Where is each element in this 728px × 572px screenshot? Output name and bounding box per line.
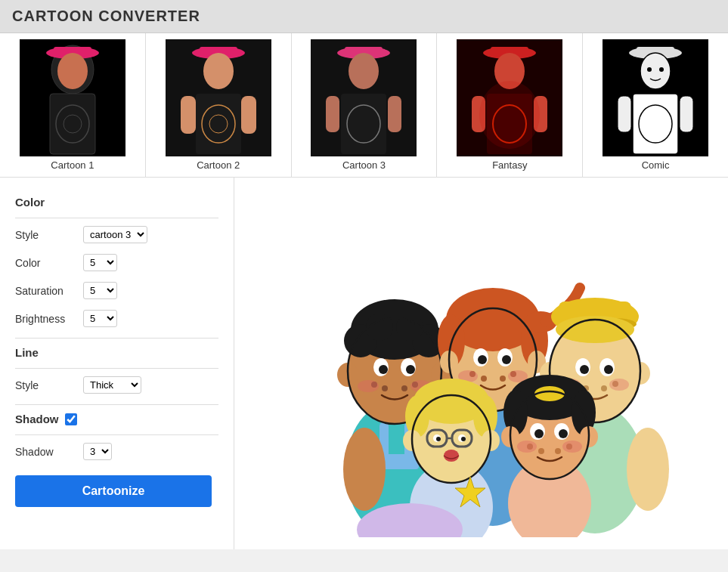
- svg-point-60: [382, 385, 388, 391]
- color-divider: [15, 218, 218, 218]
- color-section: Color Style cartoon 1 cartoon 2 cartoon …: [15, 196, 218, 327]
- shadow-section-title: Shadow: [15, 413, 59, 425]
- line-style-label: Style: [15, 379, 83, 391]
- svg-point-121: [444, 450, 459, 462]
- shadow-header-row: Shadow: [15, 413, 218, 425]
- svg-point-105: [609, 379, 629, 391]
- svg-point-143: [343, 428, 386, 511]
- svg-point-134: [534, 429, 544, 438]
- shadow-checkbox[interactable]: [65, 413, 77, 425]
- svg-point-79: [478, 355, 487, 364]
- svg-point-11: [203, 53, 234, 89]
- style-select[interactable]: cartoon 1 cartoon 2 cartoon 3 fantasy co…: [83, 226, 147, 243]
- brightness-select[interactable]: 1234 5678910: [83, 310, 117, 327]
- svg-point-20: [349, 53, 379, 89]
- thumb-label-fantasy: Fantasy: [492, 159, 527, 171]
- color-row: Color 1234 5678910: [15, 254, 218, 271]
- thumb-label-comic: Comic: [642, 159, 670, 171]
- shadow-divider: [15, 434, 218, 435]
- section-divider-1: [15, 338, 218, 339]
- svg-point-33: [479, 81, 540, 149]
- svg-point-140: [517, 441, 537, 453]
- preview-svg: [262, 190, 701, 537]
- line-divider: [15, 368, 218, 369]
- saturation-row: Saturation 1234 5678910: [15, 282, 218, 299]
- app-header: CARTOON CONVERTER: [0, 0, 728, 33]
- color-label: Color: [15, 257, 83, 269]
- svg-point-144: [627, 428, 669, 511]
- preview-area: [262, 190, 701, 537]
- svg-rect-5: [50, 94, 95, 154]
- thumb-cartoon3[interactable]: Cartoon 3: [292, 33, 438, 177]
- shadow-section: Shadow Shadow 12 3 45: [15, 413, 218, 460]
- shadow-label: Shadow: [15, 446, 83, 458]
- svg-rect-41: [633, 94, 678, 154]
- svg-rect-12: [196, 94, 241, 154]
- line-section-title: Line: [15, 346, 218, 359]
- svg-point-119: [436, 437, 441, 441]
- svg-point-99: [604, 365, 613, 374]
- color-select[interactable]: 1234 5678910: [83, 254, 117, 271]
- line-section: Line Style Thin Medium Thick: [15, 346, 218, 394]
- svg-rect-16: [241, 96, 256, 134]
- brightness-label: Brightness: [15, 313, 83, 325]
- style-row: Style cartoon 1 cartoon 2 cartoon 3 fant…: [15, 226, 218, 243]
- thumb-art-cartoon3: [311, 39, 417, 156]
- svg-point-83: [500, 376, 506, 382]
- thumbnail-row: Cartoon 1 Cartoon 2: [0, 33, 728, 178]
- svg-rect-43: [618, 96, 631, 132]
- svg-point-135: [559, 429, 568, 438]
- svg-point-98: [580, 365, 589, 374]
- section-divider-2: [15, 404, 218, 405]
- shadow-row: Shadow 12 3 45: [15, 443, 218, 460]
- saturation-select[interactable]: 1234 5678910: [83, 282, 117, 299]
- brightness-row: Brightness 1234 5678910: [15, 310, 218, 327]
- svg-point-102: [601, 385, 607, 391]
- svg-point-138: [555, 448, 561, 454]
- cartoonize-button[interactable]: Cartoonize: [15, 475, 212, 507]
- svg-point-137: [538, 448, 544, 454]
- svg-point-120: [461, 437, 466, 441]
- thumb-comic[interactable]: Comic: [583, 33, 728, 177]
- svg-point-80: [502, 355, 511, 364]
- thumb-label-cartoon1: Cartoon 1: [51, 159, 94, 171]
- style-label: Style: [15, 229, 83, 241]
- right-panel: [234, 178, 728, 549]
- saturation-label: Saturation: [15, 285, 83, 297]
- thumb-label-cartoon3: Cartoon 3: [342, 159, 386, 171]
- svg-point-82: [481, 376, 487, 382]
- svg-point-57: [379, 365, 388, 374]
- svg-point-141: [562, 441, 582, 453]
- main-content: Color Style cartoon 1 cartoon 2 cartoon …: [0, 178, 728, 549]
- left-panel: Color Style cartoon 1 cartoon 2 cartoon …: [0, 178, 234, 549]
- thumb-art-cartoon1: [20, 39, 125, 156]
- svg-point-61: [401, 385, 407, 391]
- thumb-cartoon2[interactable]: Cartoon 2: [146, 33, 292, 177]
- svg-rect-24: [388, 96, 401, 132]
- shadow-select[interactable]: 12 3 45: [83, 443, 112, 460]
- thumb-fantasy[interactable]: Fantasy: [437, 33, 583, 177]
- app-title: CARTOON CONVERTER: [12, 8, 716, 25]
- svg-point-63: [358, 380, 379, 392]
- thumb-label-cartoon2: Cartoon 2: [197, 159, 240, 171]
- svg-point-4: [57, 53, 88, 89]
- svg-point-58: [406, 365, 415, 374]
- svg-rect-21: [341, 94, 386, 154]
- thumb-cartoon1[interactable]: Cartoon 1: [0, 33, 146, 177]
- thumb-art-fantasy: [457, 39, 562, 156]
- svg-rect-23: [326, 96, 339, 132]
- svg-point-40: [659, 67, 664, 72]
- line-style-select[interactable]: Thin Medium Thick: [83, 376, 141, 394]
- color-section-title: Color: [15, 196, 218, 209]
- svg-point-39: [647, 67, 652, 72]
- line-style-row: Style Thin Medium Thick: [15, 376, 218, 394]
- svg-rect-44: [680, 96, 693, 132]
- svg-rect-15: [181, 96, 196, 134]
- thumb-art-comic: [603, 39, 708, 156]
- thumb-art-cartoon2: [166, 39, 271, 156]
